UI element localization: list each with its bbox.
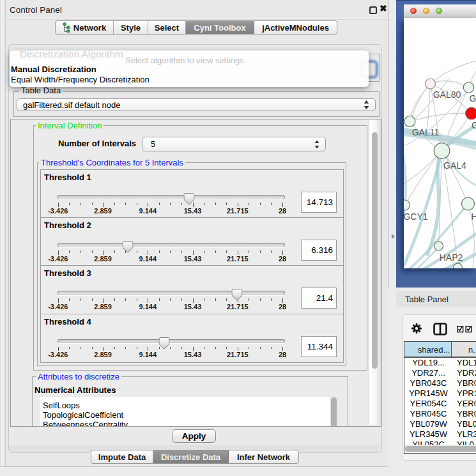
svg-text:GAL...: GAL... <box>469 93 476 104</box>
svg-text:CD: CD <box>472 120 476 130</box>
svg-text:HAP2: HAP2 <box>439 252 463 263</box>
svg-text:GCY1: GCY1 <box>404 211 428 222</box>
svg-text:HIS: HIS <box>471 211 476 222</box>
svg-text:GAL80: GAL80 <box>433 89 461 100</box>
svg-text:GAL4: GAL4 <box>443 160 466 171</box>
svg-text:GAL11: GAL11 <box>411 127 439 137</box>
